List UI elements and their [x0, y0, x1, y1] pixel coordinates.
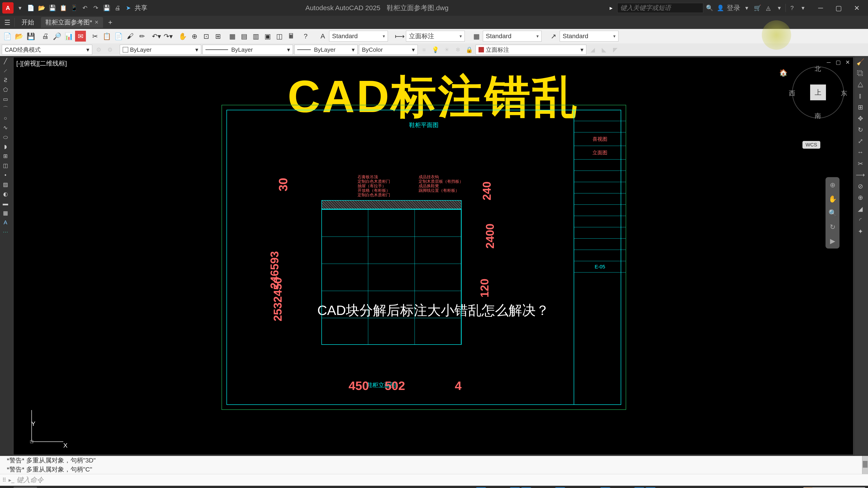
dimstyle-icon[interactable]: ⟼ — [394, 31, 405, 41]
pan-icon[interactable]: ✋ — [177, 31, 188, 41]
cut-icon[interactable]: ✂ — [90, 31, 100, 41]
zoomwin-icon[interactable]: ⊡ — [201, 31, 212, 41]
copy2-tool[interactable]: ⿻ — [855, 68, 866, 78]
vp-close-icon[interactable]: ✕ — [843, 58, 852, 66]
undo2-icon[interactable]: ↶▾ — [151, 31, 162, 41]
hatch-tool[interactable]: ▨ — [0, 180, 11, 189]
gear2-icon[interactable]: ⚙ — [105, 45, 115, 55]
new-icon[interactable]: 📄 — [26, 3, 35, 12]
block-icon[interactable]: ▣ — [262, 31, 273, 41]
start-tab[interactable]: 开始 — [17, 17, 39, 28]
login-label[interactable]: 登录 — [727, 3, 740, 13]
mirror-tool[interactable]: ⧋ — [855, 79, 866, 90]
chamfer-tool[interactable]: ◢ — [855, 204, 866, 214]
mleader-style-dropdown[interactable]: Standard▾ — [560, 31, 618, 41]
cart-icon[interactable]: 🛒 — [753, 3, 762, 12]
plot-icon[interactable]: 📊 — [63, 31, 74, 41]
move-tool[interactable]: ✥ — [855, 113, 866, 123]
tab-close-icon[interactable]: ✕ — [94, 20, 98, 25]
save-doc-icon[interactable]: 💾 — [25, 31, 36, 41]
cloud-icon[interactable]: 📱 — [70, 3, 79, 12]
break-tool[interactable]: ⊘ — [855, 181, 866, 191]
match-icon[interactable]: 🖌 — [125, 31, 135, 41]
dim-style-dropdown[interactable]: 立面标注▾ — [406, 31, 465, 41]
extras-tool[interactable]: ⋯ — [0, 228, 11, 236]
lineweight-dropdown[interactable]: ByLayer▾ — [294, 45, 358, 55]
open-doc-icon[interactable]: 📂 — [13, 31, 24, 41]
play-icon[interactable]: ▸ — [607, 3, 616, 12]
offset-tool[interactable]: ⫿ — [855, 91, 866, 101]
layer-dropdown[interactable]: ByLayer▾ — [120, 45, 201, 55]
orbit-icon[interactable]: ↻ — [827, 221, 838, 233]
gear-icon[interactable]: ⚙ — [94, 45, 103, 55]
region-tool[interactable]: ▬ — [0, 199, 11, 208]
saveas-icon[interactable]: 📋 — [59, 3, 68, 12]
close-button[interactable]: ✕ — [852, 3, 861, 12]
print1-icon[interactable]: 🖨 — [40, 31, 51, 41]
view-cube[interactable]: 上 北 南 东 西 — [792, 66, 844, 119]
zoomext-icon[interactable]: ⊞ — [213, 31, 223, 41]
layermgr-icon[interactable]: ≡ — [419, 45, 429, 55]
rect-tool[interactable]: ▭ — [0, 95, 11, 103]
wcs-badge[interactable]: WCS — [802, 141, 820, 149]
fullnav-icon[interactable]: ⊕ — [827, 179, 838, 191]
hamburger-icon[interactable]: ☰ — [2, 18, 12, 27]
command-line[interactable]: ⠿ ▸_ 键入命令 — [0, 474, 868, 486]
layout1-tab[interactable]: 布局1 — [38, 487, 66, 488]
search-input[interactable]: 键入关键字或短语 — [617, 3, 703, 13]
polygon-tool[interactable]: ⬠ — [0, 86, 11, 94]
dd4-icon[interactable]: ▾ — [798, 3, 807, 12]
sheet-icon[interactable]: ▤ — [239, 31, 250, 41]
trim-tool[interactable]: ✂ — [855, 159, 866, 168]
undo-icon[interactable]: ↶ — [81, 3, 90, 12]
send-icon[interactable]: ➤ — [124, 3, 133, 12]
vp-max-icon[interactable]: ▢ — [834, 58, 843, 66]
share-label[interactable]: 共享 — [135, 3, 147, 12]
autodesk-icon[interactable]: ◬ — [764, 3, 773, 12]
point-tool[interactable]: • — [0, 171, 11, 180]
rotate-tool[interactable]: ↻ — [855, 125, 866, 135]
linetype-dropdown[interactable]: ByLayer▾ — [203, 45, 293, 55]
fillet-tool[interactable]: ◜ — [855, 215, 866, 225]
model-tab[interactable]: 模型 — [13, 487, 37, 488]
textstyle-icon[interactable]: A — [317, 31, 328, 41]
user-icon[interactable]: 👤 — [716, 3, 725, 12]
redo2-icon[interactable]: ↷▾ — [163, 31, 174, 41]
erase-tool[interactable]: 🧹 — [855, 57, 866, 67]
spline-tool[interactable]: ∿ — [0, 123, 11, 132]
search-icon[interactable]: 🔍 — [705, 3, 714, 12]
pan2-icon[interactable]: ✋ — [827, 193, 838, 205]
new-tab-button[interactable]: + — [105, 18, 115, 27]
line-tool[interactable]: ╱ — [0, 57, 11, 66]
save-icon[interactable]: 💾 — [48, 3, 57, 12]
cmd-input[interactable]: 键入命令 — [17, 475, 866, 485]
help2-icon[interactable]: ? — [300, 31, 311, 41]
light-icon[interactable]: 💡 — [430, 45, 440, 55]
explode-tool[interactable]: ✦ — [855, 226, 866, 236]
vp-min-icon[interactable]: ─ — [824, 58, 833, 66]
view-label[interactable]: [-][俯视][二维线框] — [16, 59, 67, 68]
maximize-button[interactable]: ▢ — [834, 3, 843, 12]
print-icon[interactable]: 🖨 — [113, 3, 122, 12]
tablestyle-icon[interactable]: ▦ — [471, 31, 482, 41]
props-icon[interactable]: ▦ — [227, 31, 238, 41]
color-dropdown[interactable]: ByColor▾ — [359, 45, 418, 55]
new-doc-icon[interactable]: 📄 — [2, 31, 13, 41]
table-style-dropdown[interactable]: Standard▾ — [483, 31, 541, 41]
text-style-dropdown[interactable]: Standard▾ — [329, 31, 388, 41]
stretch-tool[interactable]: ↔ — [855, 147, 866, 157]
open-icon[interactable]: 📂 — [37, 3, 46, 12]
brush-icon[interactable]: ✏ — [136, 31, 147, 41]
zoomext2-icon[interactable]: 🔍 — [827, 207, 838, 219]
palette-icon[interactable]: ▥ — [250, 31, 261, 41]
ellipse-tool[interactable]: ⬭ — [0, 133, 11, 141]
mleaderstyle-icon[interactable]: ↗ — [548, 31, 559, 41]
save2-icon[interactable]: 💾 — [102, 3, 111, 12]
mtext-tool[interactable]: A — [0, 218, 11, 227]
calc-icon[interactable]: 🖩 — [286, 31, 297, 41]
insert-tool[interactable]: ⊞ — [0, 152, 11, 160]
table-tool[interactable]: ▦ — [0, 209, 11, 217]
current-doc-tab[interactable]: 鞋柜立面参考图* ✕ — [41, 17, 103, 28]
ray-tool[interactable]: ⟋ — [0, 66, 11, 75]
circle-tool[interactable]: ○ — [0, 114, 11, 123]
